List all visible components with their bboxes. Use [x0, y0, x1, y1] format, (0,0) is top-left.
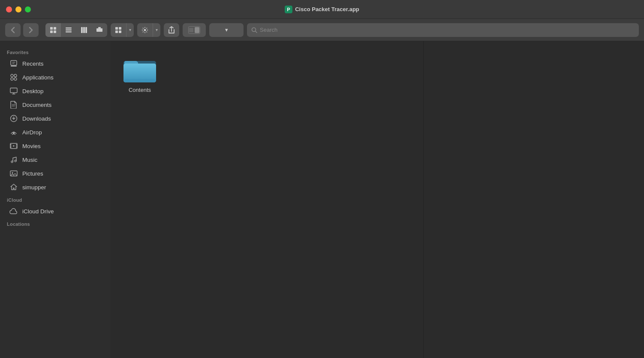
folder-icon — [123, 53, 157, 83]
folder-label-contents: Contents — [129, 87, 151, 93]
sidebar-label-music: Music — [22, 157, 37, 163]
maximize-button[interactable] — [25, 6, 31, 12]
downloads-icon — [9, 114, 18, 123]
svg-rect-35 — [16, 144, 18, 146]
svg-rect-4 — [50, 30, 53, 33]
content-area: Contents — [111, 41, 644, 358]
svg-rect-6 — [66, 27, 72, 29]
app-icon: P — [285, 6, 292, 13]
sidebar-label-applications: Applications — [22, 74, 54, 81]
svg-rect-44 — [124, 79, 155, 82]
sidebar-section-locations: Locations — [0, 218, 111, 228]
documents-icon — [9, 100, 18, 109]
sidebar-item-recents[interactable]: Recents — [3, 57, 108, 70]
sidebar-item-icloud-drive[interactable]: iCloud Drive — [3, 204, 108, 218]
svg-rect-5 — [54, 30, 56, 33]
sidebar-label-documents: Documents — [22, 102, 51, 108]
sidebar-item-movies[interactable]: Movies — [3, 139, 108, 153]
window-title: P Cisco Packet Tracer.app — [285, 6, 359, 13]
preview-toggle-button[interactable] — [183, 23, 206, 37]
svg-rect-13 — [98, 27, 101, 28]
svg-rect-10 — [83, 27, 85, 33]
svg-rect-23 — [11, 61, 17, 65]
preview-pane — [424, 41, 644, 358]
sidebar-label-desktop: Desktop — [22, 88, 44, 94]
view-cover-button[interactable] — [92, 23, 107, 37]
svg-rect-15 — [119, 27, 121, 30]
view-icon-button[interactable] — [45, 23, 61, 37]
desktop-icon — [9, 87, 18, 95]
sidebar-label-downloads: Downloads — [22, 115, 51, 122]
svg-point-27 — [11, 78, 13, 80]
home-icon — [9, 183, 18, 191]
tag-dropdown[interactable]: ▾ — [209, 23, 244, 37]
svg-rect-16 — [115, 30, 118, 33]
sidebar-item-airdrop[interactable]: AirDrop — [3, 125, 108, 139]
svg-point-37 — [11, 161, 13, 163]
search-bar — [247, 23, 639, 37]
svg-point-26 — [14, 74, 17, 77]
view-dropdown-main[interactable] — [111, 23, 126, 37]
view-list-button[interactable] — [61, 23, 76, 37]
minimize-button[interactable] — [15, 6, 21, 12]
sidebar-item-downloads[interactable]: Downloads — [3, 112, 108, 125]
nav-group — [5, 23, 39, 37]
svg-point-38 — [15, 160, 16, 162]
svg-rect-33 — [10, 144, 12, 146]
icloud-icon — [9, 207, 18, 215]
sidebar-label-pictures: Pictures — [22, 170, 43, 177]
window-controls — [6, 6, 31, 12]
gear-button-group: ▾ — [137, 23, 160, 37]
svg-point-40 — [12, 172, 13, 173]
sidebar-section-icloud: iCloud — [0, 194, 111, 204]
sidebar-item-desktop[interactable]: Desktop — [3, 84, 108, 98]
svg-rect-12 — [96, 28, 102, 32]
view-dropdown-arrow[interactable]: ▾ — [126, 23, 134, 37]
sidebar-item-applications[interactable]: Applications — [3, 70, 108, 84]
svg-rect-17 — [119, 30, 121, 33]
view-column-button[interactable] — [76, 23, 92, 37]
sidebar-item-documents[interactable]: Documents — [3, 98, 108, 112]
svg-rect-11 — [85, 27, 87, 33]
sidebar-label-icloud-drive: iCloud Drive — [22, 208, 54, 215]
svg-text:P: P — [287, 7, 290, 12]
applications-icon — [9, 73, 18, 82]
sidebar: Favorites Recents Ap — [0, 41, 111, 358]
close-button[interactable] — [6, 6, 12, 12]
svg-rect-9 — [81, 27, 83, 33]
sidebar-section-favorites: Favorites — [0, 46, 111, 57]
svg-rect-20 — [195, 27, 199, 33]
title-bar: P Cisco Packet Tracer.app — [0, 0, 644, 19]
svg-rect-29 — [10, 88, 17, 93]
main-area: Favorites Recents Ap — [0, 41, 644, 358]
sidebar-item-pictures[interactable]: Pictures — [3, 167, 108, 180]
recents-icon — [9, 59, 18, 68]
back-button[interactable] — [5, 23, 21, 37]
folder-item-contents[interactable]: Contents — [119, 50, 160, 97]
share-button[interactable] — [164, 23, 179, 37]
view-mode-group — [45, 23, 107, 37]
sidebar-label-recents: Recents — [22, 61, 44, 67]
toolbar: ▾ ▾ ▾ — [0, 19, 644, 41]
sidebar-item-music[interactable]: Music — [3, 153, 108, 167]
svg-rect-3 — [54, 27, 56, 30]
sidebar-label-airdrop: AirDrop — [22, 129, 42, 136]
file-pane: Contents — [111, 41, 424, 358]
svg-rect-7 — [66, 29, 72, 30]
sidebar-label-movies: Movies — [22, 143, 41, 149]
svg-rect-24 — [11, 66, 17, 67]
gear-main[interactable] — [137, 23, 153, 37]
svg-point-18 — [144, 29, 146, 31]
svg-rect-2 — [50, 27, 53, 30]
movies-icon — [9, 142, 18, 150]
svg-rect-34 — [10, 146, 12, 148]
pictures-icon — [9, 169, 18, 178]
view-dropdown-group: ▾ — [111, 23, 134, 37]
gear-dropdown-arrow[interactable]: ▾ — [153, 23, 160, 37]
sidebar-item-simupper[interactable]: simupper — [3, 180, 108, 194]
svg-point-25 — [11, 74, 13, 77]
search-input[interactable] — [260, 27, 635, 33]
search-icon — [251, 27, 257, 33]
svg-rect-14 — [115, 27, 118, 30]
forward-button[interactable] — [23, 23, 39, 37]
